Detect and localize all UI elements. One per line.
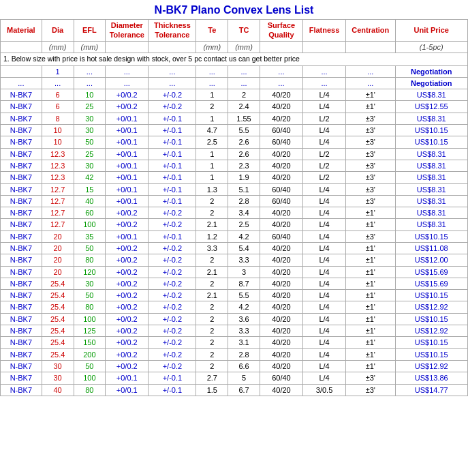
cell-10: US$8.31 (395, 113, 467, 124)
cell-8: L/4 (303, 348, 346, 360)
cell-5: 2 (196, 348, 228, 360)
cell-9: ±3' (346, 230, 395, 242)
cell-0: N-BK7 (1, 348, 42, 360)
cell-1: 8 (42, 113, 74, 124)
cell-6: 1.55 (228, 113, 260, 124)
cell-1: 20 (42, 266, 74, 278)
col-header-dia: Dia (42, 20, 74, 42)
note-row: 1. Below size with price is hot sale des… (1, 53, 468, 65)
cell-0: N-BK7 (1, 254, 42, 266)
cell-5: 1 (196, 160, 228, 171)
cell-1: 12.3 (42, 160, 74, 171)
cell-10: US$12.92 (395, 325, 467, 337)
cell-9: ±1' (346, 360, 395, 372)
cell-7: 60/40 (260, 230, 302, 242)
cell-4: +/-0.1 (149, 230, 196, 242)
cell-8: L/4 (303, 136, 346, 148)
col-header-surface: Surface Quality (260, 20, 302, 42)
cell-10: US$10.15 (395, 348, 467, 360)
table-row: N-BK725.4150+0/0.2+/-0.223.140/20L/4±1'U… (1, 337, 468, 348)
cell-4: +/-0.2 (149, 360, 196, 372)
cell-1: 30 (42, 360, 74, 372)
neg-dots-4: ... (196, 65, 228, 77)
cell-5: 2 (196, 254, 228, 266)
cell-10: US$10.15 (395, 313, 467, 325)
cell-3: +0/0.2 (106, 301, 149, 313)
cell-4: +/-0.2 (149, 254, 196, 266)
table-row: N-BK720120+0/0.2+/-0.22.1340/20L/4±1'US$… (1, 266, 468, 278)
cell-8: L/4 (303, 183, 346, 195)
cell-7: 40/20 (260, 278, 302, 289)
cell-7: 40/20 (260, 301, 302, 313)
neg-dots-1: ... (74, 65, 106, 77)
cell-10: US$12.92 (395, 301, 467, 313)
cell-4: +/-0.2 (149, 89, 196, 101)
cell-2: 125 (74, 325, 106, 337)
lens-table: Material Dia EFL Diameter Tolerance Thic… (0, 19, 468, 396)
cell-9: ±1' (346, 313, 395, 325)
col-header-efl: EFL (74, 20, 106, 42)
table-row: N-BK71050+0/0.1+/-0.12.52.660/40L/4±3'US… (1, 136, 468, 148)
cell-3: +0/0.2 (106, 89, 149, 101)
cell-2: 50 (74, 242, 106, 254)
cell-1: 12.3 (42, 148, 74, 160)
cell-5: 2.5 (196, 136, 228, 148)
cell-1: 30 (42, 372, 74, 384)
cell-6: 2.6 (228, 148, 260, 160)
col-header-thktol: Thickness Tolerance (149, 20, 196, 42)
cell-0: N-BK7 (1, 301, 42, 313)
table-row: N-BK74080+0/0.1+/-0.11.56.740/203/0.5±3'… (1, 384, 468, 396)
cell-9: ±3' (346, 136, 395, 148)
cell-4: +/-0.2 (149, 101, 196, 113)
table-row: N-BK725.430+0/0.2+/-0.228.740/20L/4±1'US… (1, 278, 468, 289)
cell-6: 3.6 (228, 313, 260, 325)
cell-9: ±1' (346, 337, 395, 348)
cell-9: ±3' (346, 183, 395, 195)
cell-9: ±3' (346, 372, 395, 384)
cell-0: N-BK7 (1, 207, 42, 219)
cell-8: L/4 (303, 195, 346, 207)
neg-blank-3: ... (42, 77, 74, 89)
cell-7: 40/20 (260, 325, 302, 337)
cell-1: 20 (42, 254, 74, 266)
table-row: N-BK73050+0/0.2+/-0.226.640/20L/4±1'US$1… (1, 360, 468, 372)
cell-5: 3.3 (196, 242, 228, 254)
table-row: N-BK712.330+0/0.1+/-0.112.340/20L/2±3'US… (1, 160, 468, 171)
cell-5: 1 (196, 172, 228, 183)
negotiation-row-2: ... ... ... ... ... ... ... ... ... ... … (1, 77, 468, 89)
cell-8: L/4 (303, 360, 346, 372)
cell-0: N-BK7 (1, 125, 42, 136)
cell-10: US$8.31 (395, 160, 467, 171)
neg-dots-5: ... (228, 65, 260, 77)
cell-1: 12.7 (42, 195, 74, 207)
cell-5: 2 (196, 337, 228, 348)
neg-dots-8: ... (346, 65, 395, 77)
cell-0: N-BK7 (1, 278, 42, 289)
cell-9: ±1' (346, 266, 395, 278)
cell-8: L/4 (303, 219, 346, 230)
cell-1: 20 (42, 230, 74, 242)
cell-6: 1.9 (228, 172, 260, 183)
cell-5: 2 (196, 278, 228, 289)
cell-5: 1 (196, 89, 228, 101)
cell-6: 6.7 (228, 384, 260, 396)
cell-0: N-BK7 (1, 219, 42, 230)
cell-8: L/4 (303, 230, 346, 242)
cell-0: N-BK7 (1, 230, 42, 242)
cell-7: 40/20 (260, 254, 302, 266)
col-header-te: Te (196, 20, 228, 42)
cell-6: 3 (228, 266, 260, 278)
cell-8: L/2 (303, 113, 346, 124)
cell-7: 40/20 (260, 290, 302, 301)
cell-0: N-BK7 (1, 313, 42, 325)
cell-1: 25.4 (42, 278, 74, 289)
cell-9: ±1' (346, 301, 395, 313)
cell-5: 1.2 (196, 230, 228, 242)
cell-7: 40/20 (260, 207, 302, 219)
cell-2: 150 (74, 337, 106, 348)
cell-8: L/4 (303, 372, 346, 384)
col-header-material: Material (1, 20, 42, 42)
cell-6: 3.3 (228, 254, 260, 266)
cell-2: 30 (74, 278, 106, 289)
cell-10: US$8.31 (395, 219, 467, 230)
